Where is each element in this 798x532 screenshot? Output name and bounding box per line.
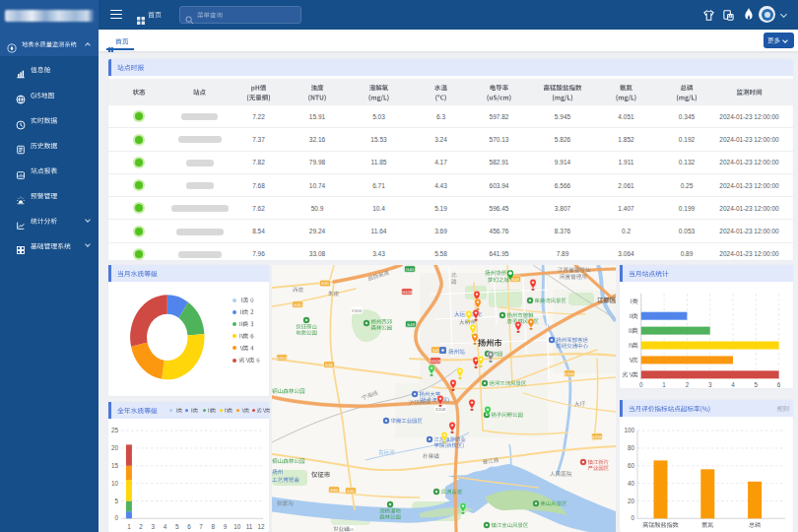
- svg-text:5: 5: [755, 381, 759, 388]
- svg-text:G40: G40: [406, 267, 415, 272]
- svg-text:S49: S49: [407, 322, 415, 327]
- svg-text:0: 0: [114, 514, 118, 521]
- svg-text:8: 8: [212, 523, 216, 530]
- svg-text:0: 0: [639, 381, 643, 388]
- svg-text:4: 4: [164, 523, 167, 530]
- svg-text:1: 1: [127, 523, 131, 530]
- svg-text:G328: G328: [431, 359, 441, 364]
- svg-text:9: 9: [224, 523, 228, 530]
- svg-text:10: 10: [111, 480, 119, 487]
- svg-text:11: 11: [246, 523, 253, 530]
- svg-text:80: 80: [628, 444, 635, 451]
- svg-text:2: 2: [686, 381, 690, 388]
- svg-text:S336: S336: [565, 371, 575, 376]
- svg-text:G328: G328: [402, 290, 413, 295]
- svg-text:2: 2: [139, 523, 143, 530]
- svg-text:15: 15: [111, 462, 119, 469]
- svg-text:S353: S353: [277, 356, 288, 361]
- svg-text:0: 0: [631, 514, 634, 521]
- svg-text:10: 10: [233, 523, 241, 530]
- svg-text:1: 1: [662, 381, 666, 388]
- svg-text:S48: S48: [511, 277, 519, 282]
- svg-text:6: 6: [777, 381, 781, 388]
- svg-text:7: 7: [199, 523, 203, 530]
- svg-text:20: 20: [628, 498, 635, 504]
- svg-text:X306: X306: [352, 308, 363, 313]
- svg-text:5: 5: [114, 498, 118, 504]
- svg-text:100: 100: [624, 427, 634, 433]
- svg-text:6: 6: [187, 523, 191, 530]
- svg-text:60: 60: [628, 462, 635, 469]
- svg-text:40: 40: [628, 480, 635, 487]
- svg-text:12: 12: [258, 523, 266, 530]
- svg-text:20: 20: [111, 444, 119, 451]
- svg-text:3: 3: [152, 523, 156, 530]
- svg-text:3: 3: [708, 381, 712, 388]
- svg-text:X208: X208: [435, 407, 446, 412]
- svg-text:S35: S35: [321, 281, 329, 286]
- svg-text:5: 5: [175, 523, 179, 530]
- svg-text:S36: S36: [294, 302, 301, 307]
- svg-text:S35: S35: [347, 489, 355, 494]
- svg-text:S336: S336: [592, 434, 603, 439]
- svg-text:25: 25: [111, 427, 119, 433]
- svg-text:S36: S36: [325, 363, 333, 367]
- svg-text:S36: S36: [330, 488, 338, 493]
- svg-text:4: 4: [731, 381, 735, 388]
